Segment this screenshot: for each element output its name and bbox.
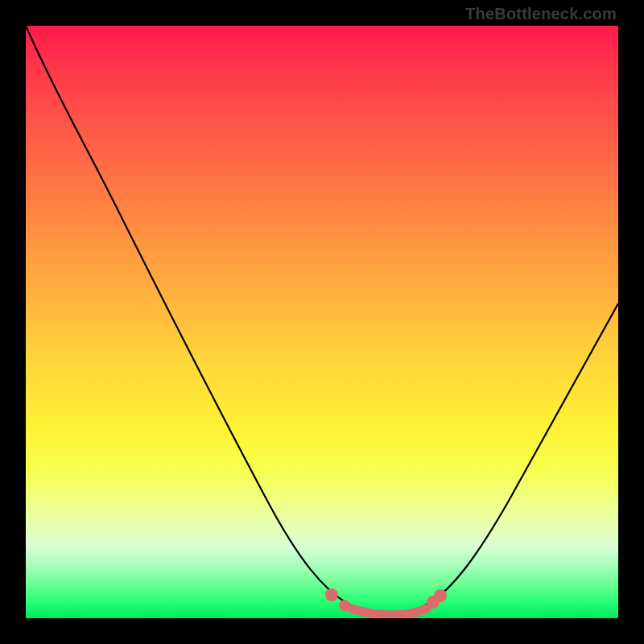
bottleneck-curve-path xyxy=(26,26,618,613)
svg-point-0 xyxy=(325,588,338,601)
bottleneck-curve-svg xyxy=(26,26,618,618)
flat-highlight-dots xyxy=(325,588,447,615)
attribution-label: TheBottleneck.com xyxy=(465,5,617,23)
svg-point-3 xyxy=(434,589,447,602)
chart-plot-area xyxy=(26,26,618,618)
chart-frame: TheBottleneck.com xyxy=(0,0,644,644)
